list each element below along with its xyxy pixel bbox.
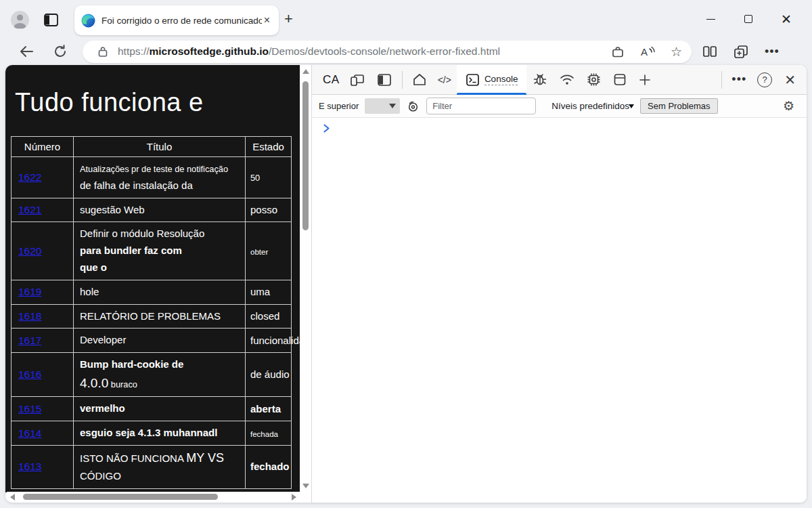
no-issues-button[interactable]: Sem Problemas [640, 98, 717, 114]
collections-icon [734, 45, 748, 59]
url-text: https://microsoftedge.github.io/Demos/de… [118, 45, 596, 58]
settings-more-button[interactable]: ••• [765, 45, 780, 59]
browser-window: Foi corrigido o erro de rede comunicado … [0, 0, 812, 508]
chevron-down-icon[interactable] [629, 104, 634, 108]
status-text: 50 [250, 173, 260, 183]
console-settings-gear-icon[interactable]: ⚙ [783, 98, 800, 114]
issue-title-cell: Developer [74, 329, 246, 353]
tab-issues[interactable] [526, 65, 554, 95]
table-row: 1616Bump hard-cookie de4.0.0 buracode áu… [12, 353, 292, 397]
issue-number-link[interactable]: 1619 [18, 286, 41, 297]
address-bar[interactable]: https://microsoftedge.github.io/Demos/de… [83, 41, 692, 63]
console-filter-input[interactable] [426, 98, 536, 114]
scroll-left-arrow-icon[interactable] [10, 494, 15, 501]
issue-number-link[interactable]: 1620 [18, 245, 41, 257]
status-text: fechado [250, 461, 290, 472]
tab-close-icon[interactable]: × [262, 15, 272, 26]
table-row: 1614esguio seja 4.1.3 muhannadlfechada [12, 421, 292, 446]
issue-number-link[interactable]: 1621 [18, 204, 41, 215]
favorites-star-button[interactable]: ☆ [671, 44, 682, 60]
issue-number-cell: 1615 [12, 397, 74, 421]
issue-title-cell: ISTO NÃO FUNCIONA MY VSCÓDIGO [74, 446, 246, 489]
tab-elements[interactable]: </> [432, 65, 457, 95]
status-text: closed [250, 310, 279, 322]
issue-number-link[interactable]: 1622 [18, 171, 41, 183]
devtools-tab-bar: CA [312, 65, 807, 95]
collections-button[interactable] [734, 45, 748, 59]
storage-drawer-icon [612, 72, 627, 87]
horizontal-scrollbar-thumb[interactable] [23, 494, 218, 500]
tab-console[interactable]: Console [457, 65, 527, 95]
scroll-down-arrow-icon[interactable] [302, 484, 309, 488]
tab-network[interactable] [554, 65, 581, 95]
issue-number-link[interactable]: 1614 [18, 427, 41, 439]
console-output-area[interactable] [312, 118, 807, 503]
scroll-up-arrow-icon[interactable] [302, 69, 309, 74]
horizontal-scrollbar[interactable] [7, 492, 300, 502]
profile-avatar[interactable] [11, 11, 29, 29]
vertical-scrollbar-thumb[interactable] [302, 81, 309, 230]
issue-number-link[interactable]: 1617 [18, 335, 41, 346]
browser-tab[interactable]: Foi corrigido o erro de rede comunicado … [74, 5, 279, 35]
issue-number-cell: 1622 [12, 157, 74, 198]
live-expression-button[interactable] [406, 100, 420, 112]
eye-icon [406, 100, 420, 112]
issue-number-cell: 1618 [12, 304, 74, 329]
lock-icon [97, 45, 108, 58]
briefcase-icon [611, 45, 625, 58]
back-button[interactable] [16, 45, 37, 58]
status-text: obter [250, 248, 268, 256]
split-screen-icon [702, 45, 717, 58]
reload-button[interactable] [50, 45, 70, 58]
column-header: Número [12, 137, 74, 157]
dock-side-button[interactable] [371, 65, 398, 95]
close-window-button[interactable]: ✕ [767, 8, 805, 30]
toolbar-divider [721, 71, 722, 89]
device-emulation-button[interactable] [344, 65, 371, 95]
issue-status-cell: fechada [246, 421, 292, 446]
read-aloud-button[interactable]: A [639, 45, 656, 58]
minimize-icon [706, 19, 715, 20]
issue-status-cell: aberta [246, 397, 292, 421]
tab-actions-menu-icon[interactable] [43, 13, 60, 28]
status-text: aberta [250, 403, 281, 415]
maximize-button[interactable] [729, 8, 767, 30]
issue-number-cell: 1621 [12, 198, 74, 222]
issue-number-link[interactable]: 1618 [18, 310, 41, 322]
issue-number-link[interactable]: 1613 [18, 461, 41, 472]
devtools-more-options-button[interactable]: ••• [726, 65, 752, 95]
devtools-ca-button[interactable]: CA [316, 65, 344, 95]
table-header-row: NúmeroTítuloEstado [12, 137, 292, 157]
work-profile-button[interactable] [611, 45, 625, 58]
issue-title-cell: vermelho [74, 397, 246, 421]
issue-title-cell: hole [74, 280, 246, 304]
issue-title-cell: sugestão Web [74, 198, 246, 222]
toolbar-right-icons: ••• [702, 45, 780, 59]
issue-number-cell: 1619 [12, 280, 74, 304]
issue-number-link[interactable]: 1615 [18, 403, 41, 415]
more-tabs-button[interactable] [633, 65, 657, 95]
table-row: 1621sugestão Webposso [12, 198, 292, 222]
issue-number-link[interactable]: 1616 [18, 368, 41, 380]
status-text: funcionalidade [250, 335, 300, 346]
log-level-dropdown[interactable] [365, 98, 400, 114]
title-text: MY VS [186, 451, 224, 465]
tab-welcome[interactable] [407, 65, 432, 95]
tab-performance[interactable] [581, 65, 607, 95]
issue-title-cell: Atualizações pr de teste de notificaçãod… [74, 157, 246, 198]
tab-application[interactable] [607, 65, 633, 95]
navigation-bar: https://microsoftedge.github.io/Demos/de… [0, 38, 812, 65]
devtools-help-button[interactable]: ? [752, 65, 777, 95]
issue-number-cell: 1617 [12, 329, 74, 353]
devtools-close-button[interactable]: ✕ [777, 72, 803, 88]
scroll-right-arrow-icon[interactable] [292, 494, 296, 501]
new-tab-button[interactable]: + [284, 12, 293, 26]
title-text: Bump hard-cookie de [80, 358, 183, 370]
split-screen-button[interactable] [702, 45, 717, 58]
default-levels-label[interactable]: Níveis predefinidos [551, 101, 629, 111]
vertical-scrollbar[interactable] [300, 66, 311, 491]
close-icon: ✕ [781, 13, 792, 26]
minimize-button[interactable] [692, 8, 729, 30]
console-prompt-chevron[interactable] [323, 124, 330, 133]
issue-status-cell: posso [246, 198, 292, 222]
